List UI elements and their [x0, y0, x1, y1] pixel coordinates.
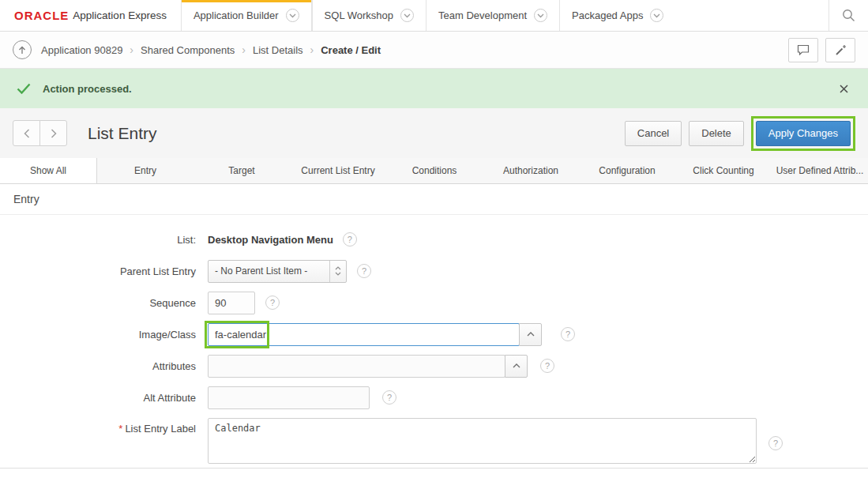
chevron-down-icon[interactable]: [650, 9, 663, 22]
nav-tab-label: Application Builder: [194, 9, 279, 21]
comment-bubble-icon: [797, 44, 810, 55]
up-arrow-icon: [18, 46, 26, 55]
close-notification-button[interactable]: [836, 81, 851, 96]
chevron-down-icon[interactable]: [534, 9, 547, 22]
tab-show-all[interactable]: Show All: [0, 158, 97, 183]
image-class-combo: [208, 323, 542, 346]
feedback-button[interactable]: [788, 38, 818, 62]
wand-icon: [835, 44, 847, 56]
sequence-label: Sequence: [0, 297, 196, 309]
nav-tab-label: Team Development: [438, 9, 527, 21]
image-class-popup-lov-button[interactable]: [519, 323, 542, 346]
list-entry-label-field: Calendar ?: [208, 418, 783, 464]
breadcrumb-item-shared-components[interactable]: Shared Components: [141, 44, 235, 56]
record-pager: [13, 120, 67, 146]
oracle-apex-logo: ORACLE Application Express: [0, 0, 181, 31]
page-header: List Entry Cancel Delete Apply Changes: [0, 108, 868, 158]
form-row-list-entry-label: *List Entry Label Calendar ?: [0, 413, 868, 464]
sequence-field: ?: [208, 292, 280, 314]
help-icon[interactable]: ?: [343, 232, 357, 247]
breadcrumb-actions: [788, 38, 855, 62]
tab-conditions[interactable]: Conditions: [386, 158, 483, 183]
attributes-input[interactable]: [208, 355, 505, 378]
alt-attribute-field: ?: [208, 386, 396, 409]
chevron-right-icon: [51, 129, 57, 138]
chevron-up-icon: [527, 332, 535, 337]
nav-tab-application-builder[interactable]: Application Builder: [181, 0, 312, 31]
tab-current-list-entry[interactable]: Current List Entry: [290, 158, 386, 183]
list-value: Desktop Navigation Menu: [208, 234, 333, 246]
form-row-image-class: Image/Class ?: [0, 318, 868, 350]
chevron-down-icon[interactable]: [400, 9, 414, 22]
next-entry-button[interactable]: [39, 120, 67, 146]
parent-list-entry-select[interactable]: - No Parent List Item -: [208, 260, 347, 283]
alt-attribute-input[interactable]: [208, 386, 370, 409]
page-title: List Entry: [88, 124, 157, 143]
quick-edit-button[interactable]: [825, 38, 855, 62]
tab-configuration[interactable]: Configuration: [579, 158, 675, 183]
tab-authorization[interactable]: Authorization: [483, 158, 579, 183]
help-icon[interactable]: ?: [265, 295, 280, 310]
help-icon[interactable]: ?: [382, 390, 396, 405]
apply-changes-button[interactable]: Apply Changes: [756, 121, 851, 146]
sequence-input[interactable]: [208, 292, 255, 314]
help-icon[interactable]: ?: [561, 327, 575, 341]
chevron-down-icon[interactable]: [286, 9, 299, 22]
oracle-wordmark: ORACLE: [14, 9, 69, 22]
list-field: Desktop Navigation Menu ?: [208, 232, 357, 247]
list-label: List:: [0, 234, 196, 246]
image-class-input[interactable]: [208, 323, 520, 346]
help-icon[interactable]: ?: [768, 436, 783, 450]
select-spinner-icon: [329, 261, 346, 282]
brand-suffix: Application Express: [73, 9, 167, 21]
parent-list-entry-label: Parent List Entry: [0, 265, 196, 277]
breadcrumb-item-list-details[interactable]: List Details: [253, 44, 303, 56]
breadcrumb-separator: ›: [242, 43, 246, 56]
notification-message: Action processed.: [43, 83, 132, 95]
attributes-combo: [208, 355, 528, 378]
chevron-left-icon: [24, 129, 30, 138]
tab-entry[interactable]: Entry: [97, 158, 194, 183]
form-row-list: List: Desktop Navigation Menu ?: [0, 224, 868, 255]
list-entry-label-label: *List Entry Label: [0, 423, 196, 435]
nav-tab-label: Packaged Apps: [572, 9, 643, 21]
nav-tab-team-development[interactable]: Team Development: [426, 0, 559, 31]
required-asterisk: *: [118, 423, 122, 435]
previous-entry-button[interactable]: [13, 120, 40, 146]
list-entry-label-text: List Entry Label: [125, 423, 196, 435]
top-nav-bar: ORACLE Application Express Application B…: [0, 0, 868, 32]
attributes-popup-lov-button[interactable]: [505, 355, 528, 378]
search-icon: [842, 9, 855, 22]
topbar-spacer: [675, 0, 829, 31]
page-actions: Cancel Delete Apply Changes: [625, 116, 855, 151]
help-icon[interactable]: ?: [357, 264, 371, 278]
form-row-attributes: Attributes ?: [0, 350, 868, 382]
region-tab-bar: Show All Entry Target Current List Entry…: [0, 158, 868, 184]
tab-target[interactable]: Target: [194, 158, 290, 183]
list-entry-label-textarea[interactable]: Calendar: [208, 418, 757, 464]
nav-tab-label: SQL Workshop: [325, 9, 393, 21]
delete-button[interactable]: Delete: [689, 121, 744, 146]
alt-attribute-label: Alt Attribute: [0, 392, 196, 404]
nav-tab-sql-workshop[interactable]: SQL Workshop: [312, 0, 426, 31]
breadcrumb-separator: ›: [310, 43, 314, 56]
image-class-label: Image/Class: [0, 329, 196, 341]
nav-tab-packaged-apps[interactable]: Packaged Apps: [559, 0, 675, 31]
breadcrumb-item-create-edit: Create / Edit: [321, 44, 381, 56]
up-level-button[interactable]: [13, 40, 32, 59]
search-button[interactable]: [829, 0, 868, 31]
parent-list-entry-field: - No Parent List Item - ?: [208, 260, 371, 283]
form-row-parent-list-entry: Parent List Entry - No Parent List Item …: [0, 255, 868, 287]
breadcrumb-separator: ›: [130, 43, 133, 56]
form-row-sequence: Sequence ?: [0, 287, 868, 318]
breadcrumb-item-application[interactable]: Application 90829: [41, 44, 122, 56]
attributes-field: ?: [208, 355, 554, 378]
form-row-alt-attribute: Alt Attribute ?: [0, 382, 868, 413]
parent-list-entry-selected-value: - No Parent List Item -: [209, 265, 329, 277]
help-icon[interactable]: ?: [540, 359, 554, 373]
tab-click-counting[interactable]: Click Counting: [675, 158, 772, 183]
annotation-highlight-apply-changes: Apply Changes: [751, 116, 855, 151]
tab-user-defined-attributes[interactable]: User Defined Attrib...: [772, 158, 868, 183]
image-class-field: ?: [208, 323, 575, 346]
cancel-button[interactable]: Cancel: [625, 121, 682, 146]
